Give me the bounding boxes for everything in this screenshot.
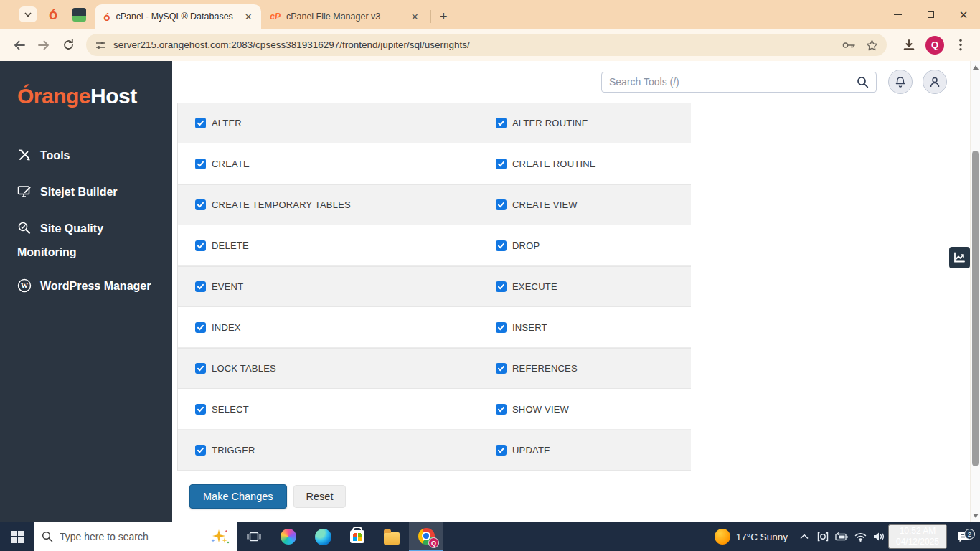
privilege-label[interactable]: DELETE (212, 240, 249, 251)
privilege-item: INDEX (195, 322, 496, 333)
pinned-green-favicon[interactable] (72, 8, 86, 22)
sidebar-item-sitejet-builder[interactable]: Sitejet Builder (0, 175, 172, 212)
tray-remote-session-button[interactable] (814, 532, 832, 542)
scrollbar-thumb[interactable] (972, 151, 979, 466)
volume-button[interactable] (870, 532, 888, 542)
privilege-label[interactable]: INDEX (212, 322, 241, 333)
search-tools-input[interactable] (609, 76, 857, 88)
reset-button[interactable]: Reset (293, 485, 347, 508)
new-tab-button[interactable]: + (434, 7, 453, 26)
privilege-checkbox[interactable] (496, 363, 507, 374)
privilege-checkbox[interactable] (195, 118, 206, 128)
privilege-label[interactable]: EVENT (212, 281, 243, 292)
profile-avatar[interactable]: Q (925, 36, 944, 55)
task-view-button[interactable] (237, 522, 271, 551)
user-account-button[interactable] (923, 70, 947, 94)
privilege-checkbox[interactable] (496, 199, 507, 210)
privilege-label[interactable]: CREATE ROUTINE (512, 159, 596, 169)
sidebar-item-wordpress-manager[interactable]: W WordPress Manager (0, 269, 172, 306)
battery-status-button[interactable] (832, 532, 851, 541)
privilege-label[interactable]: ALTER (212, 118, 242, 128)
bookmark-star-icon[interactable] (866, 39, 878, 51)
tabstrip-divider (430, 10, 431, 23)
privilege-checkbox[interactable] (195, 199, 206, 210)
chart-trend-icon (953, 252, 966, 263)
make-changes-button[interactable]: Make Changes (189, 484, 287, 509)
taskbar-search-box[interactable] (34, 522, 237, 551)
privilege-label[interactable]: TRIGGER (212, 445, 255, 456)
sidebar-menu: Tools Sitejet Builder Site Quality Monit… (0, 138, 172, 306)
taskbar-clock[interactable]: 10:52 AM 04/12/2025 (888, 524, 947, 549)
browser-menu-button[interactable] (948, 33, 973, 57)
reload-button[interactable] (56, 33, 80, 57)
privilege-label[interactable]: DROP (512, 240, 540, 251)
tab-mysql-databases[interactable]: ó cPanel - MySQL® Databases ✕ (95, 4, 261, 29)
checkmark-icon (197, 364, 204, 372)
reload-icon (62, 39, 75, 51)
scroll-up-arrow-icon[interactable] (973, 65, 979, 70)
tray-expand-button[interactable] (795, 534, 814, 540)
chrome-app-button[interactable]: Q (409, 522, 443, 551)
password-key-icon[interactable] (842, 41, 856, 50)
restore-button[interactable] (914, 0, 947, 29)
file-explorer-button[interactable] (374, 522, 409, 551)
privilege-checkbox[interactable] (195, 404, 206, 415)
weather-widget[interactable]: 17°C Sunny (707, 529, 795, 545)
analytics-widget-button[interactable] (949, 247, 970, 268)
privilege-checkbox[interactable] (195, 322, 206, 333)
privilege-checkbox[interactable] (496, 322, 507, 333)
privilege-item: DELETE (195, 240, 496, 251)
network-status-button[interactable] (851, 532, 870, 542)
tab-file-manager[interactable]: cP cPanel File Manager v3 ✕ (261, 4, 428, 29)
privilege-label[interactable]: REFERENCES (512, 363, 578, 374)
privilege-checkbox[interactable] (195, 281, 206, 292)
action-center-button[interactable]: 2 (947, 531, 980, 543)
notification-count-badge: 2 (964, 529, 975, 540)
privilege-checkbox[interactable] (496, 118, 507, 128)
sidebar-item-site-quality-monitoring[interactable]: Site Quality Monitoring (0, 212, 172, 269)
close-window-button[interactable]: ✕ (947, 0, 980, 29)
scroll-down-arrow-icon[interactable] (973, 514, 979, 518)
privilege-checkbox[interactable] (195, 363, 206, 374)
search-icon[interactable] (857, 76, 869, 88)
url-text[interactable]: server215.orangehost.com:2083/cpsess3819… (113, 39, 842, 50)
downloads-button[interactable] (897, 33, 921, 57)
copilot-app-button[interactable] (271, 522, 306, 551)
minimize-button[interactable] (881, 0, 914, 29)
taskbar-search-input[interactable] (60, 531, 202, 542)
privilege-label[interactable]: UPDATE (512, 445, 550, 456)
forward-button[interactable] (32, 33, 56, 57)
microsoft-store-button[interactable] (340, 522, 374, 551)
site-info-icon[interactable] (95, 39, 106, 51)
address-bar[interactable]: server215.orangehost.com:2083/cpsess3819… (86, 34, 887, 56)
notifications-button[interactable] (888, 70, 913, 94)
privilege-checkbox[interactable] (195, 445, 206, 456)
privilege-label[interactable]: LOCK TABLES (212, 363, 276, 374)
privilege-label[interactable]: CREATE TEMPORARY TABLES (212, 199, 351, 210)
privilege-checkbox[interactable] (496, 281, 507, 292)
start-button[interactable] (0, 522, 34, 551)
privilege-checkbox[interactable] (496, 159, 507, 169)
sidebar-item-tools[interactable]: Tools (0, 138, 172, 175)
privilege-label[interactable]: SELECT (212, 404, 249, 415)
pinned-orangehost-favicon[interactable]: ó (49, 7, 57, 22)
close-tab-icon[interactable]: ✕ (407, 9, 422, 24)
privilege-checkbox[interactable] (496, 445, 507, 456)
tab-search-button[interactable] (19, 6, 37, 22)
page-scrollbar[interactable] (970, 61, 980, 522)
privilege-label[interactable]: EXECUTE (512, 281, 557, 292)
privilege-label[interactable]: ALTER ROUTINE (512, 118, 588, 128)
privilege-label[interactable]: SHOW VIEW (512, 404, 569, 415)
privilege-label[interactable]: CREATE VIEW (512, 199, 578, 210)
privilege-label[interactable]: CREATE (212, 159, 250, 169)
form-actions: Make Changes Reset (189, 484, 980, 509)
privilege-checkbox[interactable] (496, 240, 507, 251)
close-tab-icon[interactable]: ✕ (241, 9, 255, 24)
privilege-checkbox[interactable] (195, 159, 206, 169)
privilege-checkbox[interactable] (195, 240, 206, 251)
back-button[interactable] (7, 33, 32, 57)
edge-app-button[interactable] (306, 522, 340, 551)
privilege-label[interactable]: INSERT (512, 322, 547, 333)
weather-text: 17°C Sunny (736, 532, 788, 542)
privilege-checkbox[interactable] (496, 404, 507, 415)
